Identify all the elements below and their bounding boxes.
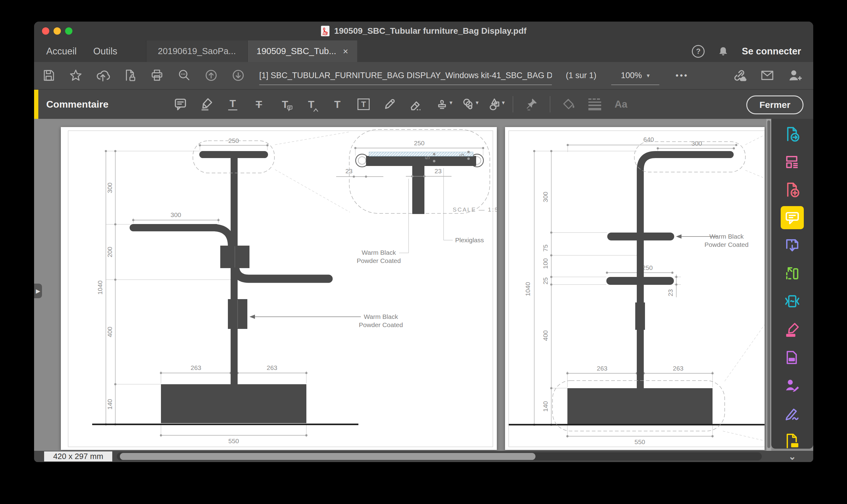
eraser-tool[interactable] [408,95,424,114]
pdf-page-1: 250 300 1040 300 200 400 140 263 263 550 [61,127,497,450]
expand-right-icon: ▶ [36,288,40,294]
acrobat-window: PDF 190509_SBC_Tubular furniture_Bag Dis… [34,22,813,462]
dim-263-left: 263 [190,364,201,371]
note-warm-black-2: Powder Coated [705,241,749,248]
star-favorite-button[interactable] [68,66,84,85]
dim-75: 75 [542,245,549,251]
sidebar-more-tools-chevron[interactable]: ⌄ [785,451,799,462]
chevron-down-icon: ▾ [647,72,650,79]
notifications-bell-icon[interactable] [718,46,728,57]
tools-sidebar [771,119,813,449]
document-tab-active[interactable]: 190509_SBC_Tub... × [247,40,357,62]
dim-top-300: 300 [691,140,702,147]
horizontal-scrollbar-thumb[interactable] [120,453,535,460]
note-warm-black-1: Warm Black [364,313,398,320]
document-tab-inactive[interactable]: 20190619_SaoPa... [146,40,248,62]
comment-accent-stripe [34,90,38,119]
sticky-note-tool[interactable] [173,95,188,114]
share-link-button[interactable] [731,66,747,85]
add-text-tool[interactable]: T [329,95,345,114]
tab-bar: Accueil Outils 20190619_SaoPa... 190509_… [34,40,813,62]
page-indicator: (1 sur 1) [560,66,602,85]
pdf-file-icon: PDF [321,25,330,37]
bottom-status-bar: 420 x 297 mm ⌄ [34,451,813,462]
more-tools-button[interactable]: ••• [670,66,694,85]
vertical-scrollbar[interactable] [766,119,771,451]
detail-dim-5a: 5 [424,156,431,160]
send-mail-button[interactable] [759,66,775,85]
pin-annotation-tool[interactable] [523,95,539,114]
replace-text-tool[interactable]: T [303,95,319,114]
next-page-button[interactable] [230,66,246,85]
detail-dim-23-left: 23 [345,167,352,175]
tab-accueil[interactable]: Accueil [42,40,80,62]
text-properties-tool[interactable]: Aa [613,95,629,114]
sidebar-tool-comment[interactable] [771,209,813,226]
detail-dim-250: 250 [414,140,425,146]
close-comment-toolbar-button[interactable]: Fermer [746,95,803,114]
pencil-draw-tool[interactable] [382,95,398,114]
stamp-tool[interactable]: ▾ [434,95,450,114]
dim-200: 200 [106,247,113,257]
sidebar-tool-sign[interactable] [771,405,813,422]
attach-file-tool[interactable]: ▾ [460,95,476,114]
drawing-side-view: 640 300 1040 300 75 100 25 400 140 250 2… [505,127,764,450]
dim-1040: 1040 [524,282,531,296]
zoom-level-select[interactable]: 100%▾ [611,66,659,85]
bookmark-title-field[interactable]: [1] SBC_TUBULAR_FURNITURE_BAG DISPLAY_Wi… [259,66,552,85]
sign-in-button[interactable]: Se connecter [742,46,801,57]
zoom-window-button[interactable] [65,28,72,35]
protect-document-button[interactable] [122,66,138,85]
drawing-front-view: 250 300 1040 300 200 400 140 263 263 550 [61,127,497,450]
highlight-text-tool[interactable] [199,95,214,114]
dim-140: 140 [106,399,113,410]
account-avatar-button[interactable] [787,66,802,85]
search-button[interactable] [176,66,192,85]
sidebar-tool-redact[interactable] [771,349,813,366]
help-icon[interactable]: ? [692,45,705,58]
detail-scale-note: SCALE — 1:5 [453,206,497,213]
dim-263-right: 263 [266,364,277,371]
sidebar-tool-certificates[interactable] [771,432,813,449]
drawing-shapes-tool[interactable]: ▾ [486,95,502,114]
dim-100: 100 [542,258,549,269]
sidebar-tool-request-signatures[interactable] [771,377,813,394]
tab-outils[interactable]: Outils [88,40,122,62]
dim-300: 300 [106,182,113,193]
line-thickness-tool[interactable] [587,95,603,114]
save-button[interactable] [41,66,56,85]
detail-note-warm-black-2: Powder Coated [357,257,401,264]
print-button[interactable] [149,66,165,85]
expand-left-panel-handle[interactable]: ▶ [34,284,42,298]
previous-page-button[interactable] [203,66,219,85]
sidebar-tool-compress-pdf[interactable] [771,293,813,310]
document-viewport[interactable]: 250 300 1040 300 200 400 140 263 263 550 [34,119,813,451]
underline-text-tool[interactable]: T [225,95,241,114]
sidebar-tool-fill-and-sign[interactable] [771,321,813,338]
comment-toolbar-label: Commentaire [46,90,109,119]
fill-color-tool[interactable] [561,95,576,114]
sidebar-tool-export-pdf[interactable] [771,126,813,143]
dim-263-left: 263 [597,365,607,372]
toolbar-separator [513,96,513,112]
dim-400: 400 [542,330,549,341]
sidebar-tool-create-pdf[interactable] [771,181,813,198]
dim-300: 300 [542,192,549,202]
dim-140: 140 [542,401,549,412]
dim-550: 550 [634,438,645,445]
close-window-button[interactable] [42,28,49,35]
close-tab-icon[interactable]: × [343,46,348,56]
chevron-down-icon: ⌄ [788,451,796,462]
cloud-upload-button[interactable] [95,66,111,85]
title-bar: PDF 190509_SBC_Tubular furniture_Bag Dis… [34,22,813,40]
sidebar-tool-combine-files[interactable] [771,237,813,254]
text-box-tool[interactable]: T [356,95,371,114]
minimize-window-button[interactable] [54,28,61,35]
screen: PDF 190509_SBC_Tubular furniture_Bag Dis… [0,0,847,504]
insert-text-note-tool[interactable]: T [277,95,293,114]
vertical-scrollbar-thumb[interactable] [767,120,770,448]
sidebar-tool-edit-pdf[interactable] [771,154,813,170]
sidebar-tool-organize-pages[interactable] [771,265,813,282]
horizontal-scrollbar[interactable] [117,452,762,461]
strikethrough-text-tool[interactable]: T [251,95,267,114]
